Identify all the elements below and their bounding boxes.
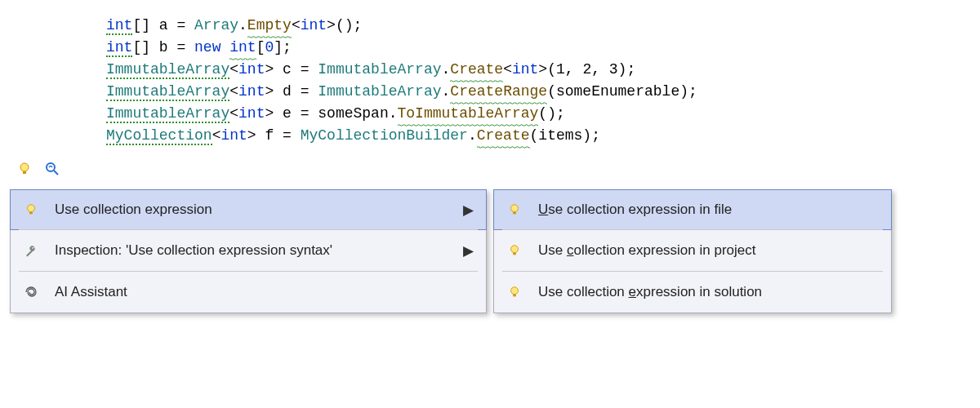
lightbulb-icon [504,244,525,257]
svg-rect-9 [513,253,516,255]
context-menu: Use collection expression ▶ Inspection: … [10,189,487,313]
submenu-item-in-file[interactable]: Use collection expression in file [493,189,892,230]
svg-rect-5 [29,212,33,215]
code-line: int[] b = new int[0]; [106,37,980,59]
lightbulb-icon [20,203,42,216]
svg-point-2 [47,163,55,171]
svg-point-10 [511,287,519,295]
svg-line-3 [54,171,58,175]
lightbulb-icon [504,203,525,216]
menu-item-label: Use collection expression [55,202,463,218]
code-line: ImmutableArray<int> e = someSpan.ToImmut… [106,103,980,125]
submenu-item-label: Use collection expression in file [538,202,881,218]
lightbulb-icon [504,286,525,299]
svg-rect-7 [513,212,516,215]
svg-point-6 [511,205,519,212]
lightbulb-icon[interactable] [16,161,33,177]
code-line: ImmutableArray<int> c = ImmutableArray.C… [106,59,980,81]
svg-rect-11 [513,295,516,297]
chevron-right-icon: ▶ [463,242,476,259]
menu-item-inspection[interactable]: Inspection: 'Use collection expression s… [11,230,486,271]
gutter-action-icons[interactable] [16,161,60,177]
code-editor[interactable]: int[] a = Array.Empty<int>(); int[] b = … [0,0,980,147]
code-line: MyCollection<int> f = MyCollectionBuilde… [106,125,980,147]
svg-point-4 [28,205,35,212]
code-line: int[] a = Array.Empty<int>(); [106,15,980,37]
submenu: Use collection expression in file Use co… [493,189,892,313]
submenu-item-label: Use collection expression in solution [538,284,881,300]
svg-rect-1 [23,171,26,174]
wrench-icon [20,243,42,258]
spiral-icon [20,285,42,299]
submenu-item-label: Use collection expression in project [538,242,881,259]
menu-item-ai-assistant[interactable]: AI Assistant [11,272,486,313]
submenu-item-in-solution[interactable]: Use collection expression in solution [494,272,891,313]
svg-point-0 [20,163,29,171]
menu-item-label: Inspection: 'Use collection expression s… [55,242,463,259]
menu-item-use-collection-expression[interactable]: Use collection expression ▶ [10,189,487,230]
svg-point-8 [511,246,519,253]
menu-item-label: AI Assistant [55,284,476,300]
chevron-right-icon: ▶ [463,202,476,219]
search-icon[interactable] [44,161,60,177]
submenu-item-in-project[interactable]: Use collection expression in project [494,230,891,271]
code-line: ImmutableArray<int> d = ImmutableArray.C… [106,81,980,103]
